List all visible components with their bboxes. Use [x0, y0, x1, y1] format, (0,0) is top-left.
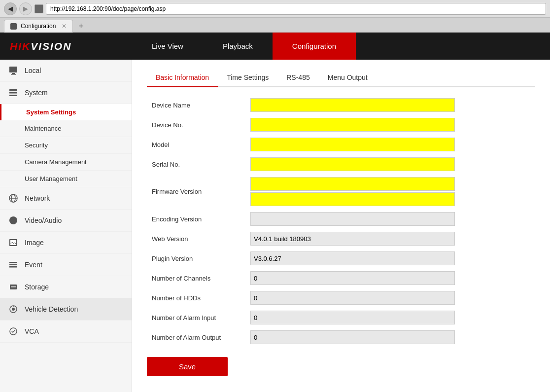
content-area: Local System System Settings Maintenance… [0, 60, 550, 392]
sidebar-sub-item-system-settings[interactable]: System Settings [0, 104, 132, 120]
svg-rect-4 [9, 92, 17, 94]
firmware-readonly [250, 177, 455, 191]
field-value-encoding [245, 209, 535, 229]
nav-item-configuration[interactable]: Configuration [273, 33, 356, 60]
svg-rect-21 [11, 286, 16, 287]
field-value-device-no [245, 115, 535, 135]
sidebar-item-system-label: System [25, 89, 48, 97]
tabs-bar: Basic Information Time Settings RS-485 M… [147, 69, 535, 87]
channels-readonly: 0 [250, 271, 455, 285]
sidebar-item-vehicle-detection[interactable]: Vehicle Detection [0, 298, 132, 321]
web-version-readonly: V4.0.1 build 180903 [250, 232, 455, 246]
table-row: Serial No. [147, 154, 535, 174]
tab-close-button[interactable]: ✕ [62, 23, 67, 30]
device-name-input[interactable] [250, 98, 455, 112]
table-row: Number of Alarm Input 0 [147, 308, 535, 327]
sidebar-item-image-label: Image [25, 239, 44, 247]
table-row: Number of HDDs 0 [147, 288, 535, 308]
svg-rect-18 [9, 264, 17, 266]
sidebar-item-system[interactable]: System [0, 82, 132, 104]
field-value-web-version: V4.0.1 build 180903 [245, 229, 535, 249]
svg-rect-17 [9, 262, 17, 263]
field-label-plugin-version: Plugin Version [147, 249, 245, 268]
back-button[interactable]: ◀ [4, 2, 17, 15]
address-bar[interactable] [46, 3, 546, 15]
field-label-firmware: Firmware Version [147, 174, 245, 209]
table-row: Device No. [147, 115, 535, 135]
main-content: Basic Information Time Settings RS-485 M… [132, 60, 550, 392]
svg-rect-1 [12, 73, 15, 74]
logo-text: HIKVISION [10, 40, 71, 52]
vehicle-detection-icon [8, 304, 19, 315]
storage-icon [8, 282, 19, 292]
field-label-web-version: Web Version [147, 229, 245, 249]
sidebar-item-vca-label: VCA [25, 327, 39, 335]
svg-rect-0 [9, 67, 17, 72]
plugin-version-readonly: V3.0.6.27 [250, 251, 455, 265]
field-value-firmware [245, 174, 535, 209]
browser-toolbar: ◀ ▶ [0, 0, 550, 18]
serial-no-readonly [250, 157, 455, 171]
sidebar-item-local-label: Local [25, 67, 41, 74]
table-row: Encoding Version [147, 209, 535, 229]
sidebar-sub-item-security[interactable]: Security [0, 137, 132, 154]
sidebar-item-network-label: Network [25, 194, 50, 202]
tab-menu-output[interactable]: Menu Output [319, 69, 377, 86]
firmware-readonly-2 [250, 192, 455, 206]
monitor-icon [8, 65, 19, 76]
sidebar-item-event-label: Event [25, 261, 42, 269]
field-label-encoding: Encoding Version [147, 209, 245, 229]
svg-point-13 [10, 220, 11, 221]
top-nav: HIKVISION Live View Playback Configurati… [0, 33, 550, 60]
field-value-channels: 0 [245, 268, 535, 288]
field-value-serial-no [245, 154, 535, 174]
table-row: Firmware Version [147, 174, 535, 209]
field-label-channels: Number of Channels [147, 268, 245, 288]
app: HIKVISION Live View Playback Configurati… [0, 33, 550, 392]
field-value-hdds: 0 [245, 288, 535, 308]
sidebar-sub-item-user-management[interactable]: User Management [0, 171, 132, 187]
tab-time-settings[interactable]: Time Settings [218, 69, 277, 86]
nav-items: Live View Playback Configuration [132, 33, 550, 60]
sidebar-sub-item-maintenance[interactable]: Maintenance [0, 120, 132, 137]
svg-point-14 [16, 220, 17, 221]
nav-item-live-view[interactable]: Live View [132, 33, 203, 60]
field-value-model [245, 135, 535, 154]
sidebar-item-video-audio-label: Video/Audio [25, 216, 62, 224]
field-label-alarm-output: Number of Alarm Output [147, 327, 245, 347]
table-row: Number of Channels 0 [147, 268, 535, 288]
tab-basic-information[interactable]: Basic Information [147, 69, 218, 87]
sidebar-item-video-audio[interactable]: Video/Audio [0, 210, 132, 232]
sidebar: Local System System Settings Maintenance… [0, 60, 132, 392]
table-row: Web Version V4.0.1 build 180903 [147, 229, 535, 249]
forward-button[interactable]: ▶ [19, 2, 32, 15]
sidebar-item-image[interactable]: Image [0, 232, 132, 254]
device-no-input[interactable] [250, 118, 455, 132]
nav-item-playback[interactable]: Playback [203, 33, 273, 60]
sidebar-item-network[interactable]: Network [0, 187, 132, 210]
sidebar-item-event[interactable]: Event [0, 254, 132, 276]
table-row: Number of Alarm Output 0 [147, 327, 535, 347]
sidebar-item-vehicle-detection-label: Vehicle Detection [25, 305, 78, 313]
vca-icon [8, 326, 19, 337]
model-readonly [250, 138, 455, 151]
sidebar-item-storage[interactable]: Storage [0, 276, 132, 298]
logo: HIKVISION [0, 40, 132, 52]
svg-rect-2 [11, 74, 16, 75]
tab-rs485[interactable]: RS-485 [277, 69, 318, 86]
field-label-model: Model [147, 135, 245, 154]
system-icon [8, 87, 19, 98]
field-value-plugin-version: V3.0.6.27 [245, 249, 535, 268]
sidebar-item-local[interactable]: Local [0, 60, 132, 82]
sidebar-item-vca[interactable]: VCA [0, 321, 132, 343]
sidebar-sub-item-camera-management[interactable]: Camera Management [0, 154, 132, 171]
encoding-readonly [250, 212, 455, 226]
browser-tab[interactable]: Configuration ✕ [4, 20, 73, 33]
save-button[interactable]: Save [147, 357, 228, 376]
table-row: Device Name [147, 95, 535, 115]
tab-bar: Configuration ✕ + [0, 18, 550, 33]
network-icon [8, 193, 19, 204]
tab-title: Configuration [21, 23, 56, 30]
field-value-alarm-input: 0 [245, 308, 535, 327]
new-tab-button[interactable]: + [75, 20, 87, 32]
